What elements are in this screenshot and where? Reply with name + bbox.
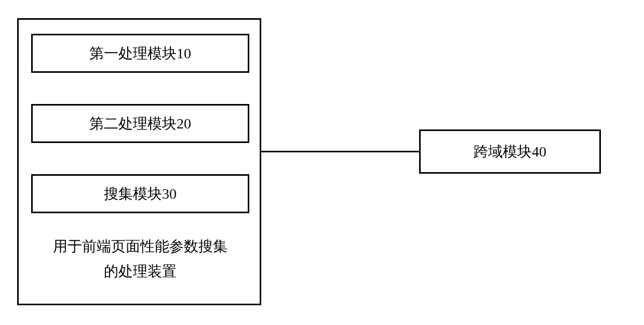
module-box-cross-domain: 跨域模块40 [419, 129, 601, 174]
connector-line [261, 151, 419, 152]
module-box-second-processing: 第二处理模块20 [31, 104, 249, 143]
caption-line-1: 用于前端页面性能参数搜集 [53, 238, 227, 254]
device-caption: 用于前端页面性能参数搜集 的处理装置 [31, 234, 249, 284]
module-label: 搜集模块30 [104, 184, 177, 204]
module-label: 第一处理模块10 [89, 44, 191, 63]
module-label: 第二处理模块20 [89, 114, 191, 134]
module-box-collection: 搜集模块30 [31, 174, 249, 213]
module-label: 跨域模块40 [474, 142, 546, 162]
caption-line-2: 的处理装置 [104, 263, 177, 279]
module-box-first-processing: 第一处理模块10 [31, 34, 249, 73]
diagram-canvas: 第一处理模块10 第二处理模块20 搜集模块30 用于前端页面性能参数搜集 的处… [0, 0, 644, 325]
